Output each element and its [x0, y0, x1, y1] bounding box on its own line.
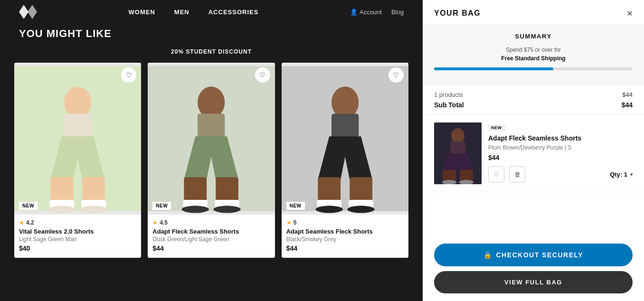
- product-image-1: NEW ♡: [14, 63, 141, 215]
- checkout-label: CHECKOUT SECURELY: [496, 251, 583, 259]
- rating-value-2: 4.5: [160, 219, 168, 226]
- nav-men[interactable]: MEN: [174, 9, 189, 16]
- product-rating-2: ★ 4.5: [152, 219, 270, 226]
- product-figure-1: [14, 63, 141, 215]
- qty-label: Qty: 1: [610, 171, 627, 178]
- product-badge-3: NEW: [286, 202, 305, 210]
- nav-right: 👤 Account Blog: [350, 9, 404, 16]
- product-name-2: Adapt Fleck Seamless Shorts: [152, 228, 270, 235]
- close-bag-button[interactable]: ×: [627, 9, 633, 18]
- product-color-2: Dusk Green/Light Sage Green: [152, 236, 270, 243]
- nav-links: WOMEN MEN ACCESSORIES: [129, 9, 259, 16]
- product-card-2[interactable]: NEW ♡ ★ 4.5 Adapt Fleck Seamless Shorts …: [148, 63, 275, 258]
- nav-account[interactable]: 👤 Account: [350, 9, 382, 16]
- summary-title: SUMMARY: [434, 33, 633, 40]
- star-icon-3: ★: [286, 219, 292, 226]
- product-rating-1: ★ 4.2: [19, 219, 136, 226]
- product-name-3: Adapt Seamless Fleck Shorts: [286, 228, 404, 235]
- nav-accessories[interactable]: ACCESSORIES: [208, 9, 259, 16]
- chevron-down-icon: ▾: [630, 172, 633, 177]
- cart-item-image: [434, 122, 482, 184]
- bag-footer: 🔒 CHECKOUT SECURELY VIEW FULL BAG: [423, 236, 644, 301]
- progress-bar: [434, 67, 633, 70]
- cart-item-actions: ♡ 🗑 Qty: 1 ▾: [488, 166, 633, 182]
- section-title: YOU MIGHT LIKE: [19, 28, 404, 40]
- svg-marker-0: [19, 5, 28, 19]
- star-icon-2: ★: [152, 219, 158, 226]
- subtotal-value: $44: [622, 101, 633, 109]
- rating-value-1: 4.2: [26, 219, 34, 226]
- navbar: WOMEN MEN ACCESSORIES 👤 Account Blog: [0, 0, 423, 24]
- subtotal-row: Sub Total $44: [434, 101, 633, 109]
- cart-item-variant: Plum Brown/Dewberry Purple | S: [488, 144, 633, 151]
- svg-point-27: [315, 206, 342, 213]
- heart-icon-2: ♡: [259, 71, 265, 79]
- wishlist-btn-3[interactable]: ♡: [388, 67, 404, 83]
- wishlist-item-button[interactable]: ♡: [488, 166, 504, 182]
- product-rating-3: ★ 5: [286, 219, 404, 226]
- cart-item-badge: NEW: [488, 124, 505, 131]
- cart-item-name: Adapt Fleck Seamless Shorts: [488, 134, 633, 142]
- logo[interactable]: [19, 5, 37, 19]
- cart-item-details: NEW Adapt Fleck Seamless Shorts Plum Bro…: [488, 122, 633, 182]
- wishlist-btn-2[interactable]: ♡: [255, 67, 270, 83]
- svg-point-10: [80, 206, 107, 213]
- product-badge-2: NEW: [152, 202, 171, 210]
- svg-point-3: [64, 86, 91, 118]
- account-icon: 👤: [350, 9, 358, 16]
- product-price-2: $44: [152, 245, 270, 252]
- remove-item-button[interactable]: 🗑: [509, 166, 525, 182]
- product-info-2: ★ 4.5 Adapt Fleck Seamless Shorts Dusk G…: [148, 215, 275, 258]
- bag-header: YOUR BAG ×: [423, 0, 644, 25]
- summary-section: SUMMARY Spend $75 or over for Free Stand…: [423, 25, 644, 85]
- discount-text: 20% STUDENT DISCOUNT: [171, 48, 252, 55]
- product-image-2: NEW ♡: [148, 63, 275, 215]
- product-info-3: ★ 5 Adapt Seamless Fleck Shorts Black/Sm…: [282, 215, 408, 258]
- svg-point-19: [214, 206, 241, 213]
- svg-point-28: [347, 206, 374, 213]
- products-total-row: 1 products $44: [434, 91, 633, 98]
- bag-title: YOUR BAG: [434, 9, 481, 18]
- gymshark-logo-icon: [19, 5, 37, 19]
- rating-value-3: 5: [294, 219, 297, 226]
- view-bag-button[interactable]: VIEW FULL BAG: [434, 271, 633, 293]
- svg-point-18: [182, 206, 209, 213]
- lock-icon: 🔒: [483, 251, 492, 259]
- heart-icon-3: ♡: [393, 71, 399, 79]
- products-count-label: 1 products: [434, 91, 463, 98]
- cart-item-figure: [434, 122, 482, 184]
- product-figure-3: [282, 63, 408, 215]
- trash-icon: 🗑: [514, 171, 521, 178]
- cart-item-icons: ♡ 🗑: [488, 166, 525, 182]
- products-grid: NEW ♡ ★ 4.2 Vital Seamless 2.0 Shorts Li…: [0, 63, 423, 258]
- product-info-1: ★ 4.2 Vital Seamless 2.0 Shorts Light Sa…: [14, 215, 141, 258]
- shipping-text: Spend $75 or over for Free Standard Ship…: [434, 46, 633, 63]
- qty-selector[interactable]: Qty: 1 ▾: [610, 171, 633, 178]
- nav-blog[interactable]: Blog: [391, 9, 404, 16]
- product-color-3: Black/Smokey Grey: [286, 236, 404, 243]
- product-card-3[interactable]: NEW ♡ ★ 5 Adapt Seamless Fleck Shorts Bl…: [282, 63, 408, 258]
- cart-item-price: $44: [488, 154, 633, 161]
- svg-point-12: [198, 86, 225, 118]
- checkout-button[interactable]: 🔒 CHECKOUT SECURELY: [434, 244, 633, 266]
- product-figure-2: [148, 63, 275, 215]
- svg-marker-1: [28, 5, 37, 19]
- product-price-1: $40: [19, 245, 136, 252]
- svg-point-21: [331, 86, 359, 118]
- left-panel: WOMEN MEN ACCESSORIES 👤 Account Blog YOU…: [0, 0, 423, 301]
- totals-section: 1 products $44 Sub Total $44: [423, 85, 644, 115]
- product-name-1: Vital Seamless 2.0 Shorts: [19, 228, 136, 235]
- heart-item-icon: ♡: [493, 171, 499, 178]
- discount-banner: 20% STUDENT DISCOUNT: [19, 46, 404, 58]
- products-price-value: $44: [622, 91, 633, 98]
- nav-women[interactable]: WOMEN: [129, 9, 155, 16]
- product-color-1: Light Sage Green Marl: [19, 236, 136, 243]
- subtotal-label: Sub Total: [434, 101, 464, 109]
- svg-point-30: [451, 128, 464, 143]
- product-card-1[interactable]: NEW ♡ ★ 4.2 Vital Seamless 2.0 Shorts Li…: [14, 63, 141, 258]
- product-image-3: NEW ♡: [282, 63, 408, 215]
- section-header: YOU MIGHT LIKE: [0, 24, 423, 46]
- product-price-3: $44: [286, 245, 404, 252]
- star-icon-1: ★: [19, 219, 24, 226]
- bag-panel: YOUR BAG × SUMMARY Spend $75 or over for…: [423, 0, 644, 301]
